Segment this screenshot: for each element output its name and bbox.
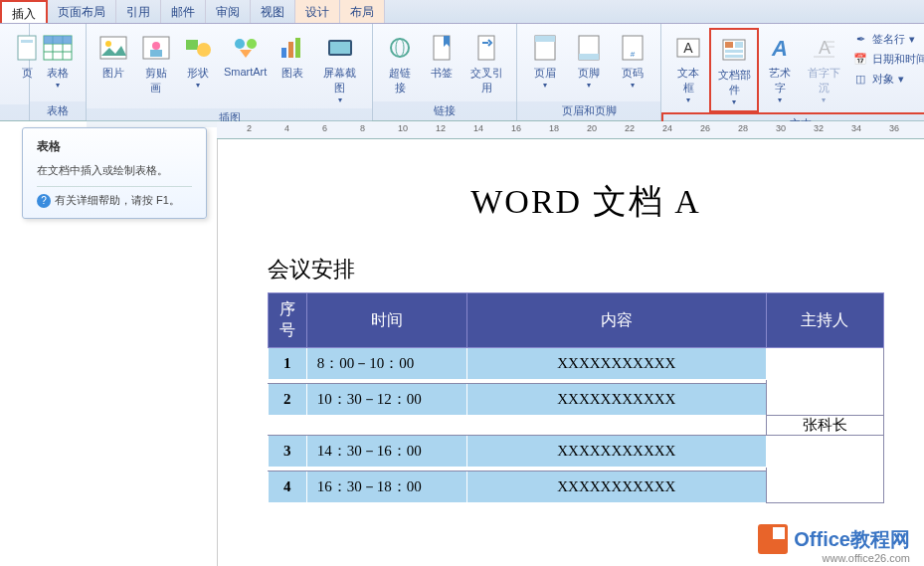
pagenum-button[interactable]: #页码▾ — [611, 28, 654, 94]
col-host[interactable]: 主持人 — [766, 293, 883, 348]
header-button[interactable]: 页眉▾ — [523, 28, 567, 94]
smartart-icon — [230, 32, 262, 64]
tab-insert[interactable]: 插入 — [0, 0, 48, 23]
watermark: Office教程网 — [758, 524, 910, 554]
tooltip-title: 表格 — [37, 138, 192, 155]
table-button[interactable]: 表格 ▾ — [36, 28, 80, 94]
bookmark-button[interactable]: 书签 — [421, 28, 462, 85]
svg-text:A: A — [771, 36, 788, 60]
table-gap: 张科长 — [269, 416, 884, 436]
svg-rect-38 — [725, 55, 743, 58]
chart-icon — [277, 32, 308, 64]
textbox-icon: A — [672, 32, 704, 64]
object-button[interactable]: ◫对象 ▾ — [850, 70, 924, 88]
clipart-button[interactable]: 剪贴画 — [134, 28, 177, 99]
tab-table-layout[interactable]: 布局 — [340, 0, 385, 23]
object-icon: ◫ — [852, 71, 868, 87]
textbox-button[interactable]: A文本框▾ — [667, 28, 709, 108]
table-label: 表格 — [47, 66, 69, 81]
svg-point-14 — [197, 43, 211, 57]
svg-rect-36 — [735, 42, 743, 48]
chart-button[interactable]: 图表 — [272, 28, 313, 85]
svg-rect-17 — [281, 48, 286, 58]
tooltip-table: 表格 在文档中插入或绘制表格。 ?有关详细帮助，请按 F1。 — [22, 127, 207, 219]
datetime-icon: 📅 — [852, 51, 868, 67]
dropcap-button[interactable]: A首字下沉▾ — [801, 28, 846, 108]
svg-rect-37 — [725, 50, 743, 53]
svg-rect-35 — [725, 42, 733, 48]
svg-point-23 — [396, 39, 404, 57]
group-illustrations: 图片 剪贴画 形状▾ SmartArt 图表 屏幕截图▾ 插图 — [87, 24, 373, 120]
tables-group-label: 表格 — [30, 101, 86, 120]
ribbon-tabs: 插入 页面布局 引用 邮件 审阅 视图 设计 布局 — [0, 0, 924, 24]
tab-view[interactable]: 视图 — [251, 0, 295, 23]
svg-point-9 — [105, 41, 111, 47]
watermark-brand: Office教程网 — [794, 526, 910, 553]
svg-rect-19 — [295, 38, 300, 58]
table-row[interactable]: 314：30－16：00XXXXXXXXXXX — [269, 436, 884, 468]
table-row[interactable]: 18：00－10：00XXXXXXXXXXX — [269, 348, 884, 380]
ruler[interactable]: 24681012141618202224262830323436 — [217, 121, 924, 139]
svg-text:#: # — [631, 50, 636, 59]
dropdown-icon: ▾ — [56, 81, 60, 90]
links-group-label: 链接 — [373, 101, 516, 120]
signature-icon: ✒ — [852, 31, 868, 47]
tab-references[interactable]: 引用 — [116, 0, 161, 23]
col-idx[interactable]: 序号 — [269, 293, 307, 348]
col-time[interactable]: 时间 — [306, 293, 466, 348]
doc-heading[interactable]: 会议安排 — [268, 255, 904, 284]
svg-rect-29 — [579, 54, 599, 60]
tab-page-layout[interactable]: 页面布局 — [48, 0, 116, 23]
datetime-button[interactable]: 📅日期和时间 — [850, 50, 924, 68]
svg-point-22 — [391, 39, 409, 57]
group-header-footer: 页眉▾ 页脚▾ #页码▾ 页眉和页脚 — [517, 24, 661, 120]
svg-text:A: A — [819, 38, 831, 58]
wordart-icon: A — [764, 32, 796, 64]
crossref-icon — [470, 32, 502, 64]
document-area[interactable]: WORD 文档 A 会议安排 序号 时间 内容 主持人 18：00－10：00X… — [217, 139, 924, 566]
svg-point-15 — [235, 39, 245, 49]
crossref-button[interactable]: 交叉引用 — [462, 28, 510, 99]
group-text: A文本框▾ 文档部件▾ A艺术字▾ A首字下沉▾ ✒签名行 ▾ 📅日期和时间 ◫… — [661, 24, 924, 120]
col-content[interactable]: 内容 — [466, 293, 766, 348]
hyperlink-button[interactable]: 超链接 — [379, 28, 421, 99]
tooltip-help: ?有关详细帮助，请按 F1。 — [37, 186, 192, 208]
signature-button[interactable]: ✒签名行 ▾ — [850, 30, 924, 48]
picture-button[interactable]: 图片 — [92, 28, 134, 85]
footer-button[interactable]: 页脚▾ — [567, 28, 611, 94]
svg-rect-21 — [330, 42, 350, 54]
bookmark-icon — [426, 32, 458, 64]
table-icon — [42, 32, 74, 64]
office-logo-icon — [758, 524, 788, 554]
ribbon: 页 表格 ▾ 表格 图片 剪贴画 形状▾ SmartArt 图表 屏幕截图▾ 插… — [0, 24, 924, 121]
dropcap-icon: A — [808, 32, 839, 64]
shapes-icon — [182, 32, 214, 64]
svg-rect-7 — [44, 36, 72, 44]
quickparts-icon — [718, 34, 750, 66]
svg-rect-13 — [186, 40, 198, 50]
svg-rect-12 — [150, 50, 162, 57]
quickparts-button[interactable]: 文档部件▾ — [709, 28, 759, 112]
screenshot-icon — [324, 32, 356, 64]
doc-title[interactable]: WORD 文档 A — [268, 179, 904, 225]
meeting-table[interactable]: 序号 时间 内容 主持人 18：00－10：00XXXXXXXXXXX 210：… — [268, 292, 884, 503]
help-icon: ? — [37, 194, 51, 208]
table-header-row[interactable]: 序号 时间 内容 主持人 — [269, 293, 884, 348]
shapes-button[interactable]: 形状▾ — [177, 28, 219, 94]
tab-design[interactable]: 设计 — [295, 0, 340, 23]
group-links: 超链接 书签 交叉引用 链接 — [373, 24, 517, 120]
tab-review[interactable]: 审阅 — [206, 0, 251, 23]
tab-mailings[interactable]: 邮件 — [161, 0, 206, 23]
clipart-icon — [140, 32, 172, 64]
svg-point-11 — [152, 42, 160, 50]
screenshot-button[interactable]: 屏幕截图▾ — [313, 28, 366, 108]
smartart-button[interactable]: SmartArt — [219, 28, 272, 82]
hyperlink-icon — [384, 32, 416, 64]
wordart-button[interactable]: A艺术字▾ — [759, 28, 801, 108]
svg-text:A: A — [684, 40, 694, 56]
svg-rect-18 — [288, 42, 293, 58]
svg-rect-27 — [535, 36, 555, 42]
svg-point-16 — [247, 39, 257, 49]
watermark-url: www.office26.com — [823, 552, 910, 564]
svg-rect-25 — [478, 36, 494, 60]
